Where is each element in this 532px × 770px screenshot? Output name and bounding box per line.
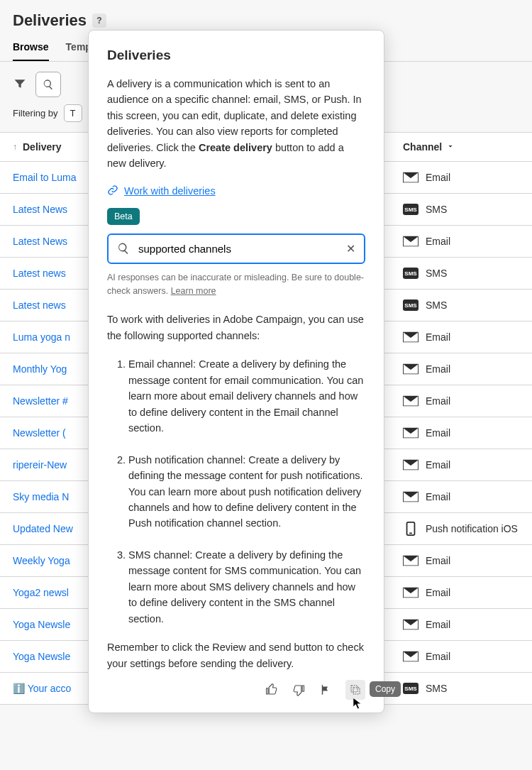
tab-browse[interactable]: Browse <box>13 34 49 61</box>
delivery-channel: Email <box>390 323 532 351</box>
popover-description: A delivery is a communication which is s… <box>107 76 365 172</box>
filter-chip[interactable]: T <box>64 104 82 122</box>
copy-tooltip: Copy <box>370 681 401 697</box>
ai-response: To work with deliveries in Adobe Campaig… <box>107 312 365 671</box>
email-icon <box>403 459 419 471</box>
thumbs-up-button[interactable] <box>265 683 279 697</box>
email-icon <box>403 619 419 630</box>
popover-link-row: Work with deliveries <box>107 185 365 198</box>
popover-title: Deliveries <box>107 48 365 63</box>
thumbs-down-button[interactable] <box>292 683 306 697</box>
page-header: Deliveries ? <box>0 0 532 34</box>
response-item: Email channel: Create a delivery by defi… <box>128 356 365 436</box>
delivery-channel: Email <box>390 451 532 479</box>
ai-disclaimer: AI responses can be inaccurate or mislea… <box>107 271 365 298</box>
delivery-channel: SMSSMS <box>390 195 532 224</box>
response-outro: Remember to click the Review and send bu… <box>107 639 365 671</box>
chevron-down-icon <box>446 141 455 153</box>
sort-ascending-icon: ↑ <box>13 142 17 152</box>
copy-button[interactable] <box>345 680 365 700</box>
delivery-channel: SMSSMS <box>390 291 532 319</box>
search-button[interactable] <box>35 72 61 97</box>
delivery-channel: Email <box>390 163 532 192</box>
delivery-channel: SMSSMS <box>390 674 532 703</box>
email-icon <box>403 491 419 502</box>
delivery-channel: Email <box>390 227 532 255</box>
sms-icon: SMS <box>403 683 419 694</box>
delivery-channel: SMSSMS <box>390 259 532 287</box>
help-icon[interactable]: ? <box>92 13 106 28</box>
delivery-channel: Email <box>390 387 532 415</box>
delivery-channel: Email <box>390 578 532 607</box>
push-icon <box>403 523 419 534</box>
delivery-channel: Email <box>390 355 532 383</box>
delivery-channel: Email <box>390 483 532 511</box>
email-icon <box>403 331 419 343</box>
flag-button[interactable] <box>318 683 333 697</box>
column-channel[interactable]: Channel <box>390 133 532 161</box>
filterbar-label: Filtering by <box>13 108 58 119</box>
email-icon <box>403 363 419 375</box>
link-icon <box>107 185 118 198</box>
email-icon <box>403 587 419 598</box>
email-icon <box>403 395 419 407</box>
response-intro: To work with deliveries in Adobe Campaig… <box>107 312 365 343</box>
sms-icon: SMS <box>403 299 419 311</box>
email-icon <box>403 172 419 183</box>
email-icon <box>403 427 419 439</box>
delivery-channel: Email <box>390 419 532 447</box>
response-item: SMS channel: Create a delivery by defini… <box>128 547 365 627</box>
sms-icon: SMS <box>403 268 419 279</box>
svg-rect-3 <box>351 686 358 692</box>
ai-search-input-wrapper: ✕ <box>107 233 365 264</box>
email-icon <box>403 236 419 247</box>
search-icon <box>117 242 130 255</box>
ai-search-input[interactable] <box>137 242 339 255</box>
delivery-channel: Push notification iOS <box>390 515 532 543</box>
email-icon <box>403 555 419 566</box>
delivery-channel: Email <box>390 610 532 639</box>
delivery-channel: Email <box>390 546 532 575</box>
filter-icon[interactable] <box>13 77 27 93</box>
sms-icon: SMS <box>403 204 419 215</box>
clear-icon[interactable]: ✕ <box>346 242 355 255</box>
page-title: Deliveries <box>13 11 87 30</box>
delivery-channel: Email <box>390 642 532 671</box>
beta-badge: Beta <box>107 208 140 225</box>
feedback-row: Copy <box>107 680 365 700</box>
help-popover: Deliveries A delivery is a communication… <box>88 30 384 713</box>
response-item: Push notification channel: Create a deli… <box>128 452 365 532</box>
work-with-deliveries-link[interactable]: Work with deliveries <box>124 185 216 197</box>
svg-rect-2 <box>353 688 360 694</box>
learn-more-link[interactable]: Learn more <box>171 286 216 296</box>
email-icon <box>403 651 419 662</box>
